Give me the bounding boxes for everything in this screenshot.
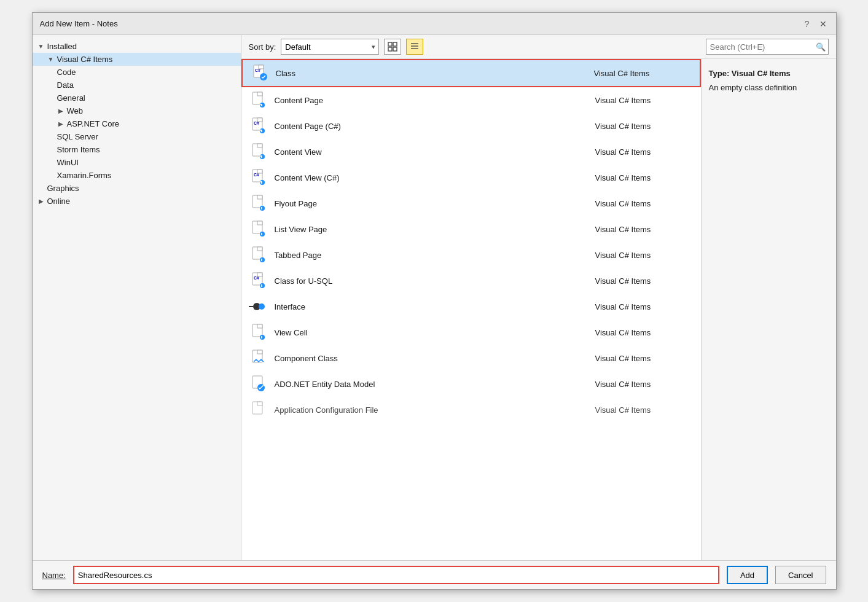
svg-text:C#: C# — [255, 68, 260, 72]
list-item-content-page[interactable]: Content Page Visual C# Items — [241, 87, 701, 113]
sort-select-wrapper[interactable]: Default Name Type — [281, 39, 379, 55]
list-item-appconfig[interactable]: Application Configuration File Visual C#… — [241, 397, 701, 423]
item-category-content-view: Visual C# Items — [595, 147, 694, 157]
sidebar-item-label-winui: WinUI — [57, 158, 79, 167]
add-button[interactable]: Add — [727, 566, 768, 584]
class-icon: C# — [250, 63, 270, 83]
item-category-ado: Visual C# Items — [595, 380, 694, 389]
list-item-interface[interactable]: Interface Visual C# Items — [241, 294, 701, 319]
list-item-content-view-cs[interactable]: C# Content View (C#) Visual C# Items — [241, 165, 701, 190]
item-category-class: Visual C# Items — [594, 69, 692, 78]
sidebar-item-label-online: Online — [47, 197, 71, 206]
item-name-content-view-cs: Content View (C#) — [275, 173, 589, 182]
ado-icon — [249, 374, 268, 394]
tabbed-icon — [249, 245, 268, 265]
name-input[interactable] — [73, 566, 719, 584]
search-box[interactable]: 🔍 — [706, 39, 829, 55]
search-input[interactable] — [710, 42, 813, 52]
item-name-flyout: Flyout Page — [275, 199, 589, 208]
sidebar-item-xamarin[interactable]: Xamarin.Forms — [33, 169, 241, 182]
installed-header[interactable]: ▼ Installed — [33, 40, 241, 53]
list-item-content-view[interactable]: Content View Visual C# Items — [241, 139, 701, 165]
sidebar-item-visual-cs[interactable]: ▼ Visual C# Items — [33, 53, 241, 66]
item-category-interface: Visual C# Items — [595, 302, 694, 311]
info-description: An empty class definition — [709, 83, 829, 92]
item-category-listview: Visual C# Items — [595, 225, 694, 234]
svg-rect-44 — [261, 259, 262, 261]
sidebar-item-storm[interactable]: Storm Items — [33, 143, 241, 156]
svg-rect-42 — [257, 247, 262, 251]
sidebar-item-label-sql: SQL Server — [57, 132, 98, 141]
item-name-ado: ADO.NET Entity Data Model — [275, 380, 589, 389]
sidebar-item-label-web: Web — [67, 106, 84, 115]
sidebar-item-sql[interactable]: SQL Server — [33, 130, 241, 143]
svg-rect-56 — [261, 336, 262, 338]
list-view-button[interactable] — [406, 39, 423, 55]
sidebar-item-code[interactable]: Code — [33, 66, 241, 79]
help-button[interactable]: ? — [802, 18, 813, 29]
listview-icon — [249, 219, 268, 239]
title-bar: Add New Item - Notes ? ✕ — [33, 13, 836, 35]
list-item-viewcell[interactable]: View Cell Visual C# Items — [241, 319, 701, 345]
web-expand-icon: ▶ — [57, 108, 65, 115]
svg-rect-34 — [257, 195, 262, 199]
sidebar-item-label-code: Code — [57, 68, 76, 77]
list-icon — [410, 42, 420, 52]
svg-point-55 — [260, 335, 265, 340]
sidebar-item-winui[interactable]: WinUI — [33, 156, 241, 169]
item-name-tabbed: Tabbed Page — [275, 251, 589, 260]
svg-point-43 — [260, 257, 265, 262]
type-value: Visual C# Items — [732, 69, 791, 78]
list-item-class[interactable]: C# Class Visual C# Items — [241, 59, 701, 87]
list-item-content-page-cs[interactable]: C# Content Page (C#) Visual C# Items — [241, 113, 701, 139]
item-name-content-page-cs: Content Page (C#) — [275, 122, 589, 131]
sidebar-item-label-storm: Storm Items — [57, 145, 100, 154]
list-item-component[interactable]: Component Class Visual C# Items — [241, 345, 701, 371]
bottom-bar: Name: Add Cancel — [33, 560, 836, 589]
list-item-usql[interactable]: C# Class for U-SQL Visual C# Items — [241, 268, 701, 294]
close-button[interactable]: ✕ — [818, 18, 829, 29]
list-item-tabbed[interactable]: Tabbed Page Visual C# Items — [241, 242, 701, 268]
cancel-button[interactable]: Cancel — [775, 566, 826, 584]
item-name-appconfig: Application Configuration File — [275, 405, 589, 415]
sidebar-item-label-visual-cs: Visual C# Items — [57, 55, 113, 64]
aspnet-expand-icon: ▶ — [57, 120, 65, 128]
svg-rect-2 — [388, 47, 392, 51]
sidebar-item-online[interactable]: ▶ Online — [33, 195, 241, 208]
sidebar-item-label-data: Data — [57, 80, 74, 90]
usql-icon: C# — [249, 271, 268, 291]
sidebar-item-aspnet[interactable]: ▶ ASP.NET Core — [33, 117, 241, 130]
svg-rect-49 — [261, 284, 262, 287]
sidebar-item-label-aspnet: ASP.NET Core — [67, 119, 120, 128]
item-name-interface: Interface — [275, 302, 589, 311]
item-category-usql: Visual C# Items — [595, 276, 694, 286]
item-category-component: Visual C# Items — [595, 354, 694, 363]
svg-rect-54 — [257, 324, 262, 328]
list-item-listview[interactable]: List View Page Visual C# Items — [241, 216, 701, 242]
add-new-item-dialog: Add New Item - Notes ? ✕ ▼ Installed ▼ V… — [32, 12, 837, 590]
item-name-content-page: Content Page — [275, 96, 589, 105]
svg-text:C#: C# — [254, 121, 259, 125]
content-page-cs-icon: C# — [249, 116, 268, 136]
search-icon: 🔍 — [816, 42, 826, 52]
grid-view-button[interactable] — [384, 39, 401, 55]
sidebar-item-web[interactable]: ▶ Web — [33, 104, 241, 117]
sidebar-item-graphics[interactable]: Graphics — [33, 182, 241, 195]
svg-point-35 — [260, 206, 265, 211]
list-item-ado[interactable]: ADO.NET Entity Data Model Visual C# Item… — [241, 371, 701, 397]
sidebar-item-general[interactable]: General — [33, 92, 241, 104]
flyout-icon — [249, 194, 268, 213]
item-name-viewcell: View Cell — [275, 328, 589, 337]
list-item-flyout[interactable]: Flyout Page Visual C# Items — [241, 190, 701, 216]
sort-select[interactable]: Default Name Type — [281, 39, 379, 55]
item-category-content-page: Visual C# Items — [595, 96, 694, 105]
sidebar-item-data[interactable]: Data — [33, 79, 241, 92]
info-type-line: Type: Visual C# Items — [709, 69, 829, 78]
item-name-class: Class — [276, 69, 588, 78]
type-label: Type: — [709, 69, 730, 78]
svg-rect-3 — [393, 47, 397, 51]
items-scroll-area: C# Class Visual C# Items — [241, 59, 836, 560]
left-panel: ▼ Installed ▼ Visual C# Items Code Data … — [33, 35, 241, 560]
interface-icon — [249, 297, 268, 316]
item-name-usql: Class for U-SQL — [275, 276, 589, 286]
